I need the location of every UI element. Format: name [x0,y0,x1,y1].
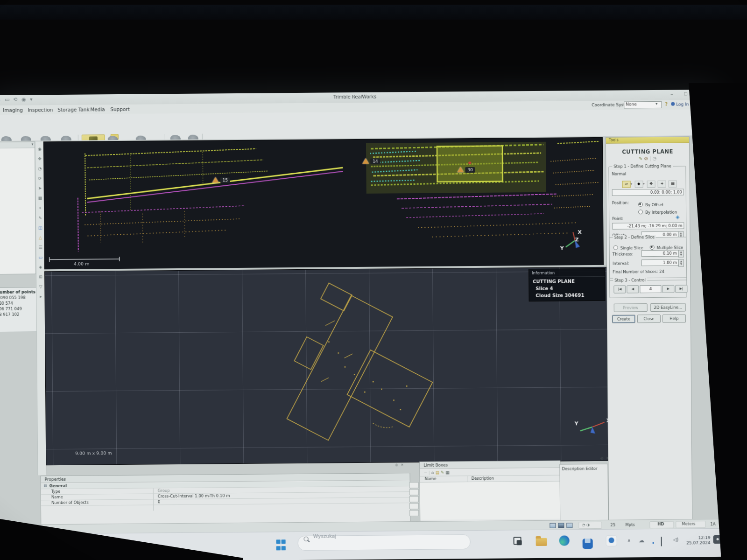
easyline-button[interactable]: 2D EasyLine... [650,303,686,312]
coordinate-select-arrow-icon[interactable] [655,102,657,106]
rotate-tool-icon[interactable]: ⟳ [35,176,44,181]
tools-tab[interactable]: Tools [606,137,689,143]
help-icon[interactable] [665,102,668,107]
close-button[interactable]: Close [637,315,661,323]
disable-plane-icon[interactable]: ⊘ [644,156,648,161]
warning-tool-icon[interactable]: △ [36,235,44,240]
tab-storage-tank[interactable]: Storage Tank [56,106,91,113]
login-button[interactable]: Log In [676,102,689,106]
quality-segment[interactable]: HD [649,521,674,528]
layout-single-icon[interactable] [550,523,557,529]
tab-media[interactable]: Media [88,106,107,112]
marker-label: 15 [220,177,230,183]
speaker-icon[interactable]: ◁) [673,537,679,542]
thickness-label: Thickness: [613,252,634,256]
by-interpolation-radio[interactable]: By Interpolation [638,207,677,216]
tray-expand-icon[interactable]: ∧ [627,538,631,543]
units-segment[interactable]: Meters [676,521,705,528]
preview-button[interactable]: Preview [614,303,648,312]
layers-tool-icon[interactable]: ☰ [36,245,45,250]
bottom-view-2d[interactable]: Information CUTTING PLANE Slice 4 Cloud … [44,267,619,466]
minimize-button[interactable] [670,91,673,97]
first-slice-button[interactable]: |◀ [613,285,626,293]
thickness-spinner[interactable]: ▲▼ [678,250,684,257]
create-button[interactable]: Create [612,315,635,323]
selector-cell[interactable] [409,503,419,509]
edge-browser-icon[interactable] [559,535,571,547]
tab-support[interactable]: Support [108,106,132,112]
grid-tool-icon[interactable]: ▦ [36,196,44,200]
store-app-icon[interactable] [583,535,595,547]
point-label: Point: [612,217,623,221]
layout-quad-icon[interactable] [566,523,574,529]
last-slice-button[interactable]: ▶| [675,285,687,293]
display-cast-icon[interactable] [661,537,662,546]
box-icon[interactable]: ▦ [445,470,450,475]
help-button[interactable]: Help [662,314,686,322]
maximize-button[interactable] [684,91,688,96]
expand-icon[interactable]: ⊟ [44,483,47,488]
thickness-input[interactable]: 0.10 m [641,250,679,257]
plane-axis-icon[interactable]: ◆ [634,181,643,188]
annotation-marker[interactable]: 14 [362,158,381,164]
limit-box-tool-icon[interactable]: ◫ [36,225,44,230]
measure-tool-icon[interactable]: ◈ [36,265,45,269]
selector-cell[interactable] [409,510,419,516]
normal-input[interactable]: 0.00; 0.00; 1.00 [612,189,684,196]
orbit-tool-icon[interactable]: ◉ [35,147,44,151]
cloud-sync-icon[interactable]: ☁ [639,537,645,544]
tab-imaging[interactable]: Imaging [1,107,25,113]
collapse-icon[interactable] [31,142,33,146]
plane-screen-icon[interactable]: ▦ [669,181,677,188]
name-column-header[interactable]: Name [425,476,437,481]
points-value: 1 090 055 198 [0,294,38,300]
render-mode-segment[interactable]: ◔ ◑ [578,522,602,529]
start-button[interactable] [276,539,289,552]
current-slice-value[interactable]: 4 [640,285,661,293]
login-user-icon [671,102,675,106]
interval-spinner[interactable]: ▲▼ [678,259,684,266]
down-tool-icon[interactable]: ▽ [36,284,45,289]
selector-cell[interactable] [409,496,419,502]
top-view-3d[interactable]: 4.00 m 15 14 30 X Z Y [43,137,604,270]
slice-tool-icon[interactable]: ▭ [36,255,45,259]
limit-boxes-list[interactable] [420,482,561,520]
chat-app-icon[interactable] [606,535,618,547]
flag-tool-icon[interactable]: ⊞ [36,274,45,279]
edit-plane-icon[interactable]: ✎ [639,156,642,161]
description-column-header[interactable]: Description [472,476,494,481]
folder-icon[interactable]: ▤ [435,470,439,475]
task-view-icon[interactable] [513,536,525,548]
home-icon[interactable]: ⌂ [431,470,434,475]
point-input[interactable]: -21.43 m; -16.29 m; 0.00 m [612,222,684,229]
single-slice-radio[interactable]: Single Slice [613,242,643,252]
minus-icon[interactable]: − [423,470,427,475]
zoom-tool-icon[interactable]: ◔ [35,166,44,171]
tab-inspection[interactable]: Inspection [26,106,55,113]
point-picker-icon[interactable]: ◈ [676,214,680,220]
annotation-marker[interactable]: 30 [457,167,475,173]
taskbar-search[interactable]: Wyszukaj [298,534,471,551]
target-tool-icon[interactable]: ⌖ [36,205,44,210]
plane-z-icon[interactable]: ▱ [622,181,631,188]
more-tools-icon[interactable]: ▸ [36,294,45,299]
extra-mode-icon[interactable]: ◔ [653,156,657,161]
annotation-marker[interactable]: 15 [212,177,230,183]
pan-tool-icon[interactable]: ✥ [35,156,44,161]
next-slice-button[interactable]: ▶ [662,285,674,293]
step3-legend: Step 3 - Control [613,278,647,283]
selector-cell[interactable] [409,489,419,495]
plane-pick-icon[interactable]: + [658,181,666,188]
interval-input[interactable]: 1.00 m [641,259,679,266]
view-dock-controls[interactable]: ◎ ✕ [395,463,404,467]
selector-cell[interactable] [409,482,419,488]
layout-split-icon[interactable] [558,523,566,529]
file-explorer-icon[interactable] [536,536,548,548]
points-unit-label[interactable]: Mpts [625,522,635,527]
taskbar-clock[interactable]: 12:19 25.07.2024 [684,535,711,546]
select-tool-icon[interactable]: ➤ [36,186,44,190]
draw-tool-icon[interactable]: ✎ [36,216,44,220]
edit-icon[interactable]: ✎ [441,470,444,475]
previous-slice-button[interactable]: ◀ [627,285,639,293]
plane-fit-icon[interactable]: ✥ [647,181,655,188]
